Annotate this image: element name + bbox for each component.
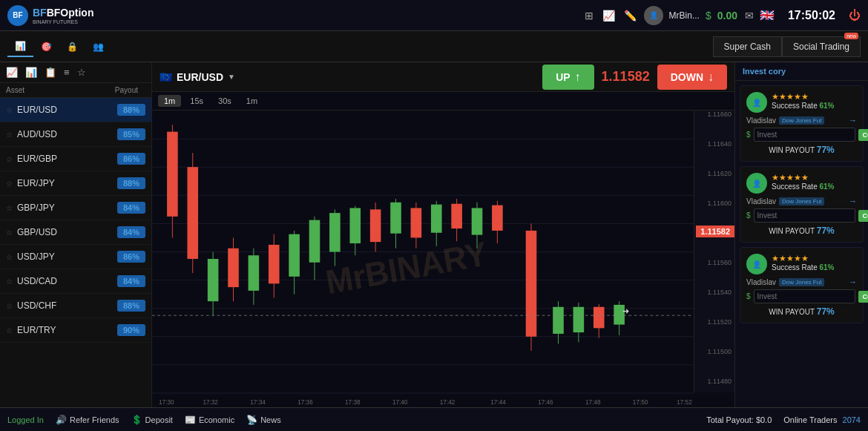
avatar: 👤 xyxy=(644,6,663,25)
asset-item-usd-cad[interactable]: ☆ USD/CAD 84% xyxy=(0,269,151,294)
candlestick-chart: MrBINARY xyxy=(152,111,694,407)
asset-header: Asset xyxy=(6,86,115,94)
dollar-icon-2: $ xyxy=(746,292,751,300)
svg-rect-44 xyxy=(492,205,503,231)
economic-button[interactable]: 📰 Economic xyxy=(185,415,234,425)
nav-tab-target[interactable]: 🎯 xyxy=(33,37,59,56)
news-button[interactable]: 📡 News xyxy=(246,415,281,425)
currency-selector[interactable]: 🇪🇺 EUR/USD ▼ xyxy=(160,71,235,83)
trader-info-1: Vladislav Dow Jones Fut → xyxy=(746,197,857,205)
y-label-7: 1.11540 xyxy=(707,289,731,296)
asset-item-eur-usd[interactable]: ☆ EUR/USD 88% xyxy=(0,98,151,122)
tf-30s[interactable]: 30s xyxy=(212,95,237,107)
trader-card-1: 👤 ★★★★★ Success Rate 61% Vladislav Dow J… xyxy=(740,166,864,243)
chart-nav-icon: 📊 xyxy=(15,41,26,51)
invest-input-2[interactable] xyxy=(754,289,855,303)
svg-text:17:36: 17:36 xyxy=(297,398,313,406)
sidebar-list-icon[interactable]: ≡ xyxy=(64,67,70,78)
svg-text:MrBINARY: MrBINARY xyxy=(323,234,490,301)
svg-rect-28 xyxy=(329,213,341,251)
time-display: 17:50:02 xyxy=(788,9,835,22)
svg-rect-32 xyxy=(370,209,381,242)
asset-name: AUD/USD xyxy=(17,129,117,139)
sidebar-bar2-icon[interactable]: 📋 xyxy=(45,67,56,78)
payout-badge: 88% xyxy=(117,300,145,312)
svg-rect-40 xyxy=(451,204,462,228)
svg-rect-42 xyxy=(472,208,483,234)
power-button[interactable]: ⏻ xyxy=(849,9,861,22)
sidebar-star-icon[interactable]: ☆ xyxy=(77,67,86,78)
svg-text:17:46: 17:46 xyxy=(538,398,553,406)
down-button[interactable]: DOWN ↓ xyxy=(657,65,727,90)
asset-name: EUR/JPY xyxy=(17,178,117,188)
copy-button-0[interactable]: COPY xyxy=(858,129,868,141)
tf-15s[interactable]: 15s xyxy=(184,95,209,107)
asset-item-gbp-jpy[interactable]: ☆ GBP/JPY 84% xyxy=(0,196,151,220)
payout-badge: 85% xyxy=(117,128,145,140)
copy-button-2[interactable]: COPY xyxy=(858,291,868,303)
asset-item-aud-usd[interactable]: ☆ AUD/USD 85% xyxy=(0,122,151,147)
star-icon: ☆ xyxy=(6,180,13,188)
asset-item-eur-try[interactable]: ☆ EUR/TRY 90% xyxy=(0,318,151,343)
currency-pair-label: EUR/USD xyxy=(177,71,223,83)
svg-text:17:32: 17:32 xyxy=(203,398,218,406)
mail-icon[interactable]: ✉ xyxy=(745,10,754,22)
success-pct-0: 61% xyxy=(819,102,834,110)
new-badge: new xyxy=(844,33,858,39)
svg-rect-48 xyxy=(553,307,564,334)
sidebar-bar-icon[interactable]: 📊 xyxy=(25,67,37,78)
svg-text:17:40: 17:40 xyxy=(392,398,408,406)
pen-icon[interactable]: ✏️ xyxy=(624,10,637,22)
y-label-10: 1.11480 xyxy=(707,378,731,385)
flag-icon[interactable]: 🇬🇧 xyxy=(760,8,775,22)
nav-tab-chart[interactable]: 📊 xyxy=(7,36,33,57)
nav-icons: ⊞ 📈 ✏️ xyxy=(585,10,637,22)
svg-text:➜: ➜ xyxy=(622,306,629,315)
trader-stars-0: ★★★★★ xyxy=(772,92,857,102)
asset-item-gbp-usd[interactable]: ☆ GBP/USD 84% xyxy=(0,220,151,245)
follow-icon-1[interactable]: → xyxy=(849,197,857,205)
grid-icon[interactable]: ⊞ xyxy=(585,10,594,22)
y-label-4: 1.11600 xyxy=(707,200,731,207)
tf-1m-alt[interactable]: 1m xyxy=(240,95,263,107)
svg-rect-18 xyxy=(228,249,239,287)
asset-item-usd-chf[interactable]: ☆ USD/CHF 88% xyxy=(0,294,151,318)
tf-1m[interactable]: 1m xyxy=(158,95,181,107)
trader-avatar-0: 👤 xyxy=(746,92,767,113)
asset-item-usd-jpy[interactable]: ☆ USD/JPY 86% xyxy=(0,245,151,269)
follow-icon-0[interactable]: → xyxy=(849,116,857,125)
chart-icon[interactable]: 📈 xyxy=(602,10,615,22)
invest-input-0[interactable] xyxy=(754,128,855,142)
svg-rect-50 xyxy=(573,307,585,332)
nav-tab-lock[interactable]: 🔒 xyxy=(59,37,85,56)
tab-social-trading[interactable]: new Social Trading xyxy=(782,36,861,57)
star-icon: ☆ xyxy=(6,277,13,286)
y-label-8: 1.11520 xyxy=(707,318,731,326)
invest-input-1[interactable] xyxy=(754,208,855,223)
follow-icon-2[interactable]: → xyxy=(849,277,857,286)
svg-rect-14 xyxy=(187,167,198,259)
asset-item-eur-jpy[interactable]: ☆ EUR/JPY 88% xyxy=(0,171,151,196)
up-button[interactable]: UP ↑ xyxy=(542,65,594,90)
nav-tab-users[interactable]: 👥 xyxy=(85,37,111,56)
super-cash-label: Super Cash xyxy=(724,42,771,52)
copy-button-1[interactable]: COPY xyxy=(858,210,868,222)
payout-badge: 84% xyxy=(117,275,145,287)
logo-text: BFBFOption BINARY FUTURES xyxy=(33,6,93,24)
svg-rect-38 xyxy=(431,205,442,233)
top-nav: BF BFBFOption BINARY FUTURES ⊞ 📈 ✏️ 👤 Mr… xyxy=(0,0,868,31)
refer-friends-button[interactable]: 🔊 Refer Friends xyxy=(56,415,119,425)
asset-item-eur-gbp[interactable]: ☆ EUR/GBP 86% xyxy=(0,147,151,171)
lock-nav-icon: 🔒 xyxy=(67,42,78,52)
star-icon: ☆ xyxy=(6,204,13,212)
trader-stars-1: ★★★★★ xyxy=(772,173,857,182)
success-rate-label-0: Success Rate 61% xyxy=(772,102,857,110)
svg-text:17:44: 17:44 xyxy=(490,398,506,406)
sidebar-chart-line-icon[interactable]: 📈 xyxy=(6,67,18,78)
tab-super-cash[interactable]: Super Cash xyxy=(713,36,782,57)
asset-name: USD/CHF xyxy=(17,300,117,311)
down-label: DOWN xyxy=(671,71,703,83)
deposit-button[interactable]: 💲 Deposit xyxy=(131,415,173,425)
user-area: 👤 MrBin... $ 0.00 xyxy=(644,6,737,25)
y-label-9: 1.11500 xyxy=(707,348,731,355)
